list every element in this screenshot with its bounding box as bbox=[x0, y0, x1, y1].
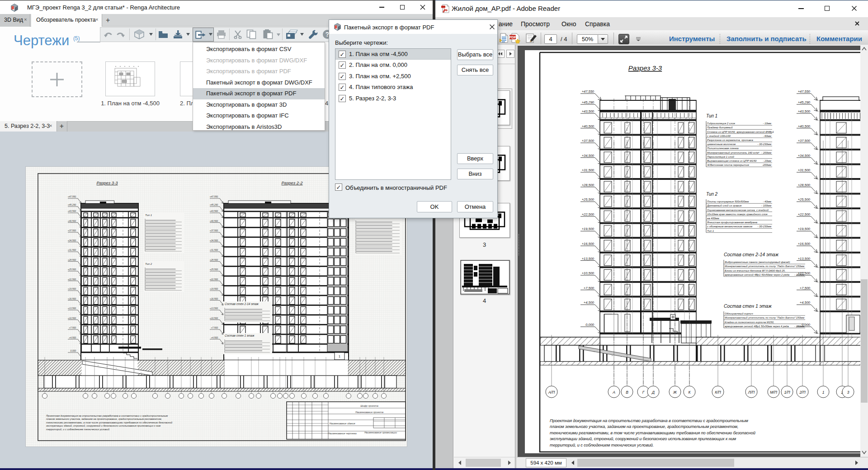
svg-text:Тип 1: Тип 1 bbox=[707, 230, 714, 232]
svg-text:Выравнивающая стяжка из ЦПР М1: Выравнивающая стяжка из ЦПР М150 bbox=[707, 160, 757, 162]
svg-text:- 30-230мм: - 30-230мм bbox=[757, 225, 771, 228]
svg-text:+7,500: +7,500 bbox=[211, 326, 218, 329]
svg-text:Ячеистая профилированная мембр: Ячеистая профилированная мембрана bbox=[707, 221, 758, 224]
svg-text:Разрез 2-2: Разрез 2-2 bbox=[281, 180, 303, 185]
svg-text:- 200мм: - 200мм bbox=[794, 273, 804, 276]
svg-text:+43,500: +43,500 bbox=[68, 210, 76, 212]
svg-text:Минераловатный утеплитель 160: Минераловатный утеплитель 160 кг/м³ bbox=[707, 151, 760, 154]
svg-text:Наименование чертежа: Наименование чертежа bbox=[328, 432, 357, 435]
svg-text:+7,500: +7,500 bbox=[584, 286, 594, 290]
svg-text:Пароизоляция 1 слой: Пароизоляция 1 слой bbox=[707, 155, 735, 158]
svg-text:+19,500: +19,500 bbox=[582, 227, 594, 231]
svg-text:Минераловатный утеплитель по т: Минераловатный утеплитель по типу "Лайт … bbox=[725, 265, 796, 268]
svg-text:+31,500: +31,500 bbox=[68, 249, 76, 251]
svg-text:Тип 2: Тип 2 bbox=[706, 192, 718, 197]
svg-text:+4,500: +4,500 bbox=[584, 301, 594, 305]
svg-text:территорий, и с соблюдением те: территорий, и с соблюдением технических … bbox=[46, 428, 110, 431]
svg-text:с ячейкой 100х100: с ячейкой 100х100 bbox=[707, 135, 731, 137]
svg-text:+4,500: +4,500 bbox=[69, 336, 76, 339]
svg-text:Разуклонка из керамзита, проли: Разуклонка из керамзита, проливка bbox=[707, 139, 753, 141]
svg-text:эксплуатации зданий, строени: эксплуатации зданий, строений, сооружени… bbox=[46, 424, 160, 427]
svg-text:+31,500: +31,500 bbox=[798, 168, 811, 172]
svg-text:Оцинкованная металлическая сет: Оцинкованная металлическая сетка, с ячей… bbox=[707, 209, 769, 212]
svg-text:на 400мм: на 400мм bbox=[707, 217, 719, 220]
svg-text:+16,500: +16,500 bbox=[210, 297, 218, 300]
svg-text:+25,500: +25,500 bbox=[582, 197, 594, 202]
svg-text:планом земельного участка,: планом земельного участка, заданием на п… bbox=[550, 424, 738, 429]
svg-text:+37,500: +37,500 bbox=[68, 229, 76, 232]
svg-text:+34,500: +34,500 bbox=[798, 154, 811, 158]
svg-text:Тип 1: Тип 1 bbox=[706, 113, 717, 118]
svg-text:Проектная документация на с: Проектная документация на строительство … bbox=[550, 418, 748, 423]
svg-text:0,000: 0,000 bbox=[585, 323, 594, 327]
svg-text:В: В bbox=[626, 390, 628, 395]
svg-text:Фиброцементные панели (вентили: Фиброцементные панели (вентилируемый фас… bbox=[725, 261, 790, 263]
svg-text:Состав стен 2-14 этаж: Состав стен 2-14 этаж bbox=[225, 302, 259, 306]
svg-text:- 100мм: - 100мм bbox=[761, 204, 771, 207]
svg-text:Наименование проекта: Наименование проекта bbox=[355, 411, 383, 414]
svg-text:А/П: А/П bbox=[548, 390, 555, 395]
svg-text:Минераловатный утеплитель по т: Минераловатный утеплитель по типу "Лайт … bbox=[725, 316, 796, 319]
svg-text:- 20мм: - 20мм bbox=[763, 160, 771, 162]
svg-text:- 150мм: - 150мм bbox=[794, 265, 804, 268]
svg-text:+13,500: +13,500 bbox=[68, 307, 76, 310]
svg-text:+43,500: +43,500 bbox=[210, 210, 218, 212]
svg-text:техническими регламентами, в: техническими регламентами, в том числе у… bbox=[46, 421, 172, 424]
svg-text:+13,500: +13,500 bbox=[798, 257, 811, 261]
svg-text:+43,500: +43,500 bbox=[798, 109, 811, 113]
svg-text:+37,500: +37,500 bbox=[798, 139, 811, 143]
svg-text:Ж: Ж bbox=[673, 390, 677, 395]
svg-text:планом земельного участка,: планом земельного участка, заданием на п… bbox=[46, 418, 162, 420]
svg-text:+16,500: +16,500 bbox=[798, 242, 811, 246]
svg-text:+47,550: +47,550 bbox=[582, 89, 594, 94]
svg-text:+45,290: +45,290 bbox=[210, 203, 218, 206]
svg-text:+13,500: +13,500 bbox=[582, 257, 594, 261]
svg-text:+4,500: +4,500 bbox=[800, 301, 811, 305]
svg-text:М/П: М/П bbox=[770, 390, 777, 395]
svg-text:-200мм: -200мм bbox=[762, 164, 771, 166]
svg-text:Состав стен 1 этаж: Состав стен 1 этаж bbox=[225, 334, 255, 337]
svg-text:+34,500: +34,500 bbox=[210, 239, 218, 242]
svg-text:+40,500: +40,500 bbox=[210, 220, 218, 222]
svg-text:+16,500: +16,500 bbox=[582, 242, 594, 246]
svg-text:Проектная документация на с: Проектная документация на строительство … bbox=[46, 414, 168, 417]
svg-text:+34,500: +34,500 bbox=[582, 154, 594, 158]
svg-text:+28,500: +28,500 bbox=[210, 258, 218, 261]
svg-text:Состав стен 1 этаж: Состав стен 1 этаж bbox=[724, 303, 772, 309]
svg-text:Плиты тротуарные 500х500мм: Плиты тротуарные 500х500мм bbox=[707, 200, 749, 203]
svg-text:1/П: 1/П bbox=[784, 390, 790, 395]
svg-text:+43,500: +43,500 bbox=[582, 109, 594, 113]
svg-text:3: 3 bbox=[847, 390, 849, 395]
svg-text:Наименование организации: Наименование организации bbox=[364, 431, 397, 434]
svg-text:Стяжка из ЦПР М150, армированн: Стяжка из ЦПР М150, армированная сеткой … bbox=[707, 131, 774, 133]
svg-text:К/П: К/П bbox=[715, 390, 721, 395]
svg-text:+28,500: +28,500 bbox=[582, 183, 594, 187]
svg-text:Д: Д bbox=[651, 390, 655, 395]
svg-text:1: 1 bbox=[339, 355, 340, 358]
svg-text:+25,500: +25,500 bbox=[798, 197, 811, 202]
svg-text:А: А bbox=[612, 390, 615, 395]
svg-text:+25,500: +25,500 bbox=[68, 268, 76, 271]
svg-text:- 60мм: - 60мм bbox=[763, 135, 771, 137]
svg-text:техническими регламентами, в: техническими регламентами, в том числе у… bbox=[550, 431, 755, 435]
svg-text:+22,500: +22,500 bbox=[798, 212, 811, 216]
svg-text:2/П: 2/П bbox=[799, 390, 806, 395]
svg-text:+19,500: +19,500 bbox=[210, 287, 218, 290]
svg-text:+45,290: +45,290 bbox=[798, 100, 811, 104]
svg-text:+10,500: +10,500 bbox=[582, 271, 594, 275]
svg-text:Облицовочный кирпич: Облицовочный кирпич bbox=[725, 312, 753, 315]
svg-text:+40,500: +40,500 bbox=[798, 124, 811, 128]
svg-text:армированная сеткой 4Вр1 50х50: армированная сеткой 4Вр1 50х50мм через 4… bbox=[725, 325, 789, 328]
svg-text:Ж/Бетонная плита перекрытия: Ж/Бетонная плита перекрытия bbox=[707, 164, 750, 166]
svg-text:Состав стен 2-14 этаж: Состав стен 2-14 этаж bbox=[724, 252, 779, 257]
svg-text:+22,500: +22,500 bbox=[210, 278, 218, 281]
svg-text:+40,500: +40,500 bbox=[68, 220, 76, 222]
svg-text:+19,500: +19,500 bbox=[68, 287, 76, 290]
svg-text:+45,290: +45,290 bbox=[582, 100, 594, 104]
svg-text:Разрез 3-3: Разрез 3-3 bbox=[96, 180, 118, 185]
svg-text:+28,500: +28,500 bbox=[68, 258, 76, 261]
svg-text:Л/П: Л/П bbox=[748, 390, 755, 395]
svg-text:+22,500: +22,500 bbox=[582, 212, 594, 216]
svg-text:Гидроизоляция 2 слоя: Гидроизоляция 2 слоя bbox=[707, 122, 735, 125]
svg-text:Блоки из ячеистых бетонов В7,5: Блоки из ячеистых бетонов В7,5 D600 Мр3 … bbox=[725, 269, 785, 272]
